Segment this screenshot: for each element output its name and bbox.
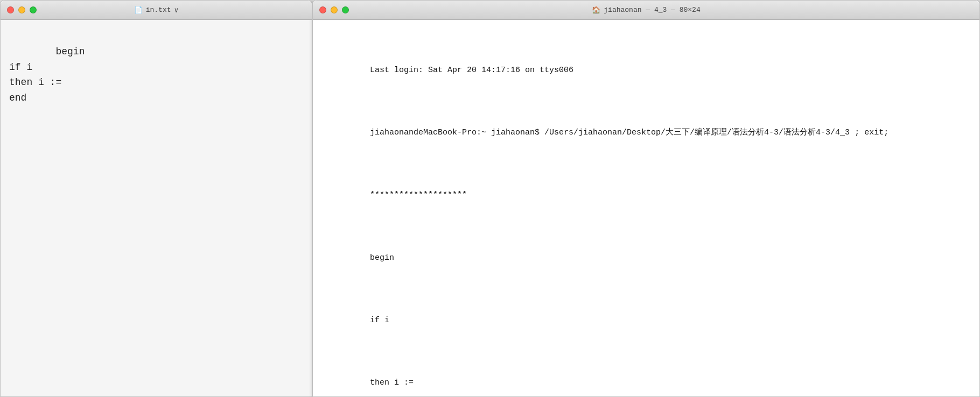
editor-maximize-button[interactable] [30,6,37,13]
terminal-minimize-button[interactable] [331,6,338,13]
editor-title-arrow[interactable]: ∨ [174,6,178,15]
editor-minimize-button[interactable] [18,6,25,13]
terminal-code-if: if i [321,302,971,339]
editor-traffic-lights [7,6,37,13]
terminal-maximize-button[interactable] [342,6,349,13]
editor-code: begin if i then i := end [9,46,85,103]
editor-window: 📄 in.txt ∨ begin if i then i := end [0,0,312,397]
terminal-code-then: then i := [321,364,971,396]
editor-titlebar: 📄 in.txt ∨ [1,1,312,20]
editor-close-button[interactable] [7,6,14,13]
terminal-content[interactable]: Last login: Sat Apr 20 14:17:16 on ttys0… [313,20,979,396]
terminal-title-text: jiahaonan — 4_3 — 80×24 [604,6,700,14]
desktop: 📄 in.txt ∨ begin if i then i := end 🏠 [0,0,980,397]
terminal-title-bar: 🏠 jiahaonan — 4_3 — 80×24 [592,6,700,15]
terminal-traffic-lights [319,6,349,13]
terminal-command-line: jiahaonandeMacBook-Pro:~ jiahaonan$ /Use… [321,114,971,152]
terminal-close-button[interactable] [319,6,326,13]
terminal-separator1: ******************** [321,176,971,214]
terminal-login-line: Last login: Sat Apr 20 14:17:16 on ttys0… [321,52,971,89]
editor-content[interactable]: begin if i then i := end [1,20,312,396]
terminal-window: 🏠 jiahaonan — 4_3 — 80×24 Last login: Sa… [312,0,980,397]
windows-container: 📄 in.txt ∨ begin if i then i := end 🏠 [0,0,980,397]
terminal-titlebar: 🏠 jiahaonan — 4_3 — 80×24 [313,1,979,20]
file-icon: 📄 [134,6,143,15]
editor-title-text: in.txt [146,6,171,14]
editor-title: 📄 in.txt ∨ [134,6,179,15]
terminal-code-begin: begin [321,239,971,277]
terminal-home-icon: 🏠 [592,6,600,15]
